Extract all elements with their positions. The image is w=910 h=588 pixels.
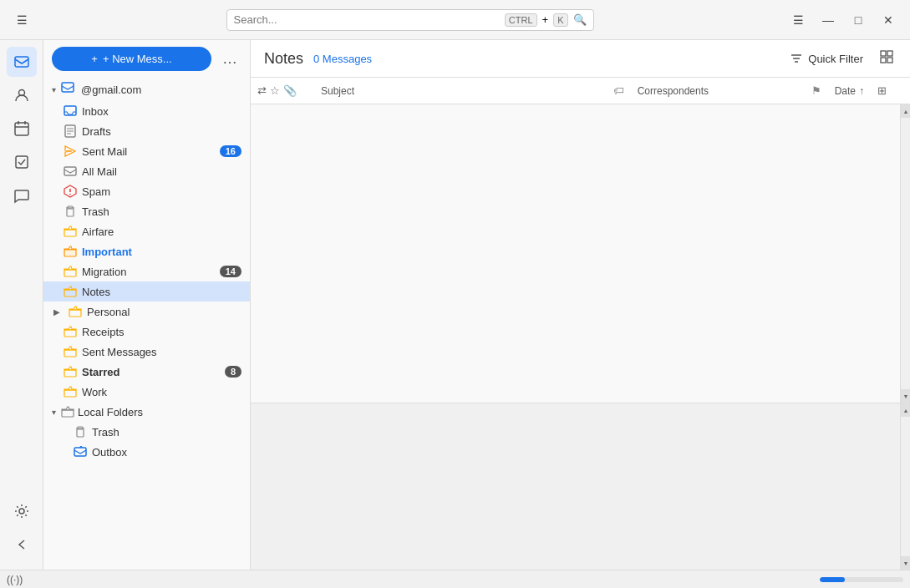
titlebar-right: ☰ — □ ✕ [786,8,900,32]
preview-scrollbar[interactable]: ▲ ▼ [900,403,910,570]
titlebar-center: CTRL + K 🔍 [33,9,786,31]
svg-rect-18 [67,209,74,216]
svg-rect-27 [64,390,76,397]
chat-nav-icon[interactable] [7,180,37,210]
rail-bottom [7,496,37,570]
trash-gmail-icon [64,205,77,218]
mail-nav-icon[interactable] [7,47,37,77]
sidebar-item-work[interactable]: Work [43,382,250,402]
calendar-nav-icon[interactable] [7,114,37,144]
starred-folder-icon [64,365,77,378]
message-list-scrollbar[interactable]: ▲ ▼ [900,104,910,403]
drafts-icon [64,124,77,138]
account-row[interactable]: ▾ @gmail.com [43,78,250,101]
preview-scrollbar-down[interactable]: ▼ [901,556,910,570]
contacts-nav-icon[interactable] [7,80,37,110]
th-tag-icon: 🏷 [613,84,624,97]
sent-messages-label: Sent Messages [82,346,241,358]
sidebar-item-outbox[interactable]: Outbox [43,442,250,462]
sidebar-item-starred[interactable]: Starred 8 [43,362,250,382]
svg-rect-9 [64,106,76,115]
notes-label: Notes [82,286,241,298]
svg-rect-14 [64,167,76,175]
outbox-icon [74,445,87,459]
local-folders-header[interactable]: ▾ Local Folders [43,402,250,422]
sidebar-item-drafts[interactable]: Drafts [43,121,250,141]
sidebar-item-spam[interactable]: Spam [43,181,250,201]
minimize-button[interactable]: — [816,8,840,32]
sent-mail-badge: 16 [220,145,241,157]
account-email: @gmail.com [81,84,141,96]
svg-point-17 [69,194,71,195]
hamburger-button[interactable]: ☰ [10,8,33,32]
svg-rect-26 [64,370,76,377]
migration-folder-icon [64,265,77,278]
search-kbd-k: K [553,13,567,27]
sidebar-item-important[interactable]: Important [43,241,250,261]
table-header: ⇄ ☆ 📎 Subject 🏷 Correspondents ⚑ Date ↑ … [251,78,910,104]
titlebar: ☰ CTRL + K 🔍 ☰ — □ ✕ [0,0,910,40]
th-correspondents: Correspondents [638,85,805,97]
personal-folder-icon [69,305,82,318]
receipts-label: Receipts [82,326,241,338]
new-message-label: + New Mess... [103,53,172,65]
sidebar-item-migration[interactable]: Migration 14 [43,261,250,281]
sidebar-item-local-trash[interactable]: Trash [43,422,250,442]
svg-rect-37 [887,58,892,63]
search-icon: 🔍 [573,13,587,26]
close-button[interactable]: ✕ [877,8,900,32]
search-input[interactable] [234,13,500,26]
quick-filter-label: Quick Filter [808,53,863,65]
preview-scrollbar-up[interactable]: ▲ [901,403,910,417]
local-trash-label: Trash [92,426,241,438]
sidebar-item-airfare[interactable]: Airfare [43,221,250,241]
progress-fill [820,577,845,582]
receipts-folder-icon [64,325,77,338]
sidebar-item-inbox[interactable]: Inbox [43,101,250,121]
sent-messages-folder-icon [64,345,77,358]
sidebar-item-sent-messages[interactable]: Sent Messages [43,342,250,362]
quick-filter-button[interactable]: Quick Filter [783,48,870,68]
svg-rect-23 [69,310,81,317]
sidebar-item-trash-gmail[interactable]: Trash [43,201,250,221]
collapse-rail-button[interactable] [7,530,37,560]
titlebar-left: ☰ [10,8,33,32]
table-area: ⇄ ☆ 📎 Subject 🏷 Correspondents ⚑ Date ↑ … [251,78,910,570]
important-folder-icon [64,245,77,258]
maximize-button[interactable]: □ [846,8,870,32]
settings-nav-icon[interactable] [7,496,37,526]
th-column-settings-icon[interactable]: ⊞ [877,84,887,97]
svg-rect-30 [74,448,86,456]
airfare-label: Airfare [82,226,241,238]
content-title: Notes [264,50,303,68]
local-folders-label: Local Folders [78,406,143,418]
attachment-column-icon: 📎 [283,84,297,97]
sidebar-item-sent-mail[interactable]: Sent Mail 16 [43,141,250,161]
sidebar-more-button[interactable]: … [218,48,241,71]
svg-rect-2 [15,123,28,135]
sidebar-item-receipts[interactable]: Receipts [43,322,250,342]
message-count: 0 Messages [313,53,372,65]
sidebar-item-personal[interactable]: ▶ Personal [43,302,250,322]
new-message-button[interactable]: + + New Mess... [52,47,211,71]
scrollbar-up-button[interactable]: ▲ [901,104,910,118]
migration-label: Migration [82,266,215,278]
notes-folder-icon [64,285,77,298]
svg-rect-35 [887,51,892,56]
svg-rect-25 [64,350,76,357]
scrollbar-track [901,118,910,389]
quick-filter-icon [790,52,803,65]
menu-button[interactable]: ☰ [786,8,810,32]
sidebar-item-notes[interactable]: Notes [43,281,250,302]
preview-pane: ▲ ▼ [251,403,910,570]
layout-button[interactable] [877,47,897,70]
svg-rect-22 [64,290,76,297]
message-list[interactable]: ▲ ▼ [251,104,910,403]
menu-icon: ☰ [793,13,804,27]
sidebar-item-all-mail[interactable]: All Mail [43,161,250,181]
scrollbar-down-button[interactable]: ▼ [901,389,910,403]
search-kbd-ctrl: CTRL [505,13,537,27]
svg-rect-36 [881,58,886,63]
local-trash-icon [74,425,87,438]
tasks-nav-icon[interactable] [7,147,37,177]
